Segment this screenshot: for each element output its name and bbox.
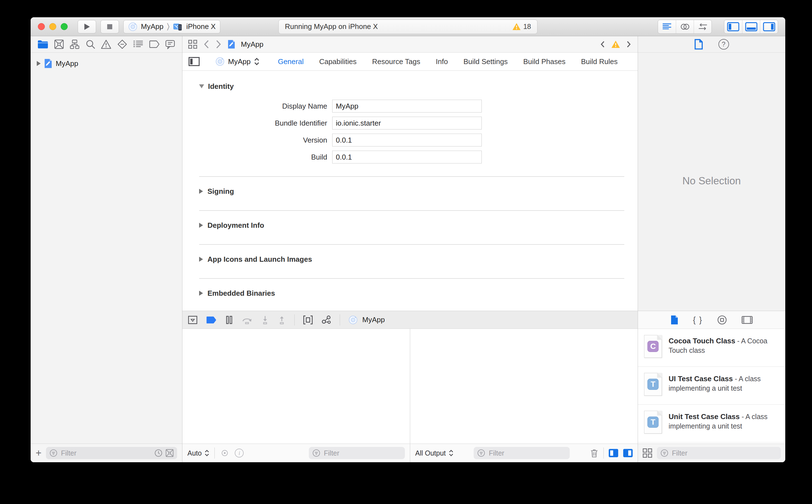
source-control-status-icon[interactable] (165, 449, 174, 457)
show-variables-view-toggle[interactable] (609, 449, 618, 457)
disclosure-closed-icon[interactable] (199, 223, 203, 228)
version-field[interactable] (332, 134, 482, 146)
project-navigator-tab[interactable] (37, 40, 48, 49)
tab-info[interactable]: Info (433, 55, 451, 68)
debug-gauge-icon (133, 40, 143, 49)
library-grid-icon[interactable] (642, 448, 652, 458)
minimize-button[interactable] (49, 23, 56, 30)
scheme-selector[interactable]: MyApp 〉 iPhone X (123, 20, 220, 33)
console-filter-field[interactable] (474, 447, 570, 459)
version-editor-button[interactable] (694, 20, 711, 33)
activity-status-display[interactable]: Running MyApp on iPhone X 18 (278, 19, 537, 34)
debug-navigator-tab[interactable] (133, 40, 143, 49)
hide-debug-area-icon[interactable] (188, 316, 197, 324)
issue-warning-badge-icon[interactable] (611, 40, 620, 48)
stop-button[interactable] (101, 20, 119, 33)
disclosure-closed-icon[interactable] (199, 291, 203, 296)
run-button[interactable] (78, 20, 96, 33)
section-separator (199, 278, 624, 279)
library-item-cocoa-touch-class[interactable]: C Cocoa Touch Class - A Cocoa Touch clas… (638, 329, 785, 367)
tab-build-settings[interactable]: Build Settings (461, 55, 510, 68)
forward-icon[interactable] (215, 40, 222, 49)
navigator-filter-field[interactable] (46, 447, 177, 459)
next-issue-icon[interactable] (626, 40, 632, 48)
warning-badge[interactable]: 18 (512, 23, 531, 31)
disclosure-closed-icon[interactable] (199, 189, 203, 194)
tab-general[interactable]: General (275, 55, 307, 68)
object-library-tab[interactable] (717, 315, 727, 325)
clear-console-trash-icon[interactable] (590, 448, 598, 458)
tab-resource-tags[interactable]: Resource Tags (369, 55, 423, 68)
library-item-text: Unit Test Case Class - A class implement… (669, 411, 780, 442)
test-navigator-tab[interactable] (117, 39, 128, 49)
file-template-icon: C (644, 335, 662, 358)
inspector-panel-toggle[interactable] (760, 20, 778, 33)
jumpbar-current-label[interactable]: MyApp (241, 40, 263, 49)
toolbar-right-groups (658, 20, 778, 34)
disclosure-triangle-icon[interactable] (37, 61, 41, 66)
recent-files-clock-icon[interactable] (154, 449, 163, 457)
standard-editor-button[interactable] (658, 20, 676, 33)
issue-navigator-tab[interactable] (101, 39, 111, 49)
variables-scope-selector[interactable]: Auto (187, 449, 209, 457)
library-item-unit-test-case-class[interactable]: T Unit Test Case Class - A class impleme… (638, 405, 785, 442)
variables-view[interactable] (182, 329, 410, 444)
memory-graph-icon[interactable] (321, 315, 331, 325)
find-navigator-tab[interactable] (85, 39, 96, 49)
library-filter-input[interactable] (671, 449, 777, 457)
file-inspector-tab[interactable] (694, 39, 703, 50)
navigator-panel-toggle[interactable] (724, 20, 742, 33)
editor-mode-group (658, 20, 712, 34)
breakpoints-toggle-icon[interactable] (206, 316, 217, 324)
show-console-view-toggle[interactable] (623, 449, 633, 457)
add-button[interactable]: + (36, 448, 41, 458)
source-control-navigator-tab[interactable] (54, 39, 64, 49)
pause-icon[interactable] (225, 316, 233, 324)
library-item-ui-test-case-class[interactable]: T UI Test Case Class - A class implement… (638, 367, 785, 405)
console-view[interactable] (410, 329, 638, 444)
zoom-button[interactable] (61, 23, 68, 30)
report-navigator-tab[interactable] (165, 39, 175, 49)
code-snippet-library-tab[interactable]: { } (693, 315, 702, 325)
library-item-text: UI Test Case Class - A class implementin… (669, 373, 780, 404)
library-filter-field[interactable] (657, 447, 781, 459)
project-editor-tabs: General Capabilities Resource Tags Info … (267, 55, 632, 68)
search-icon (85, 39, 96, 49)
media-library-tab[interactable] (742, 315, 753, 324)
previous-issue-icon[interactable] (599, 40, 605, 48)
close-button[interactable] (38, 23, 45, 30)
identity-section-header[interactable]: Identity (199, 80, 624, 92)
target-selector[interactable]: MyApp (215, 57, 260, 66)
symbol-navigator-tab[interactable] (69, 39, 80, 49)
bundle-identifier-field[interactable] (332, 117, 482, 129)
disclosure-closed-icon[interactable] (199, 257, 203, 262)
navigator-filter-input[interactable] (60, 449, 151, 457)
build-row: Build (199, 151, 624, 163)
tab-build-phases[interactable]: Build Phases (520, 55, 568, 68)
file-template-library-tab[interactable] (671, 315, 678, 325)
quick-help-inspector-tab[interactable]: ? (718, 39, 729, 50)
back-icon[interactable] (203, 40, 210, 49)
deployment-info-section-header[interactable]: Deployment Info (199, 219, 624, 231)
debug-area-toggle[interactable] (742, 20, 760, 33)
variables-filter-input[interactable] (323, 449, 402, 457)
project-sidebar-toggle-icon[interactable] (189, 57, 200, 66)
tab-capabilities[interactable]: Capabilities (316, 55, 359, 68)
debug-view-hierarchy-icon[interactable] (303, 315, 313, 325)
debug-bar: MyApp (182, 311, 638, 329)
build-field[interactable] (332, 151, 482, 163)
signing-section-header[interactable]: Signing (199, 185, 624, 197)
assistant-editor-button[interactable] (676, 20, 694, 33)
console-scope-selector[interactable]: All Output (415, 449, 454, 457)
console-filter-input[interactable] (488, 449, 566, 457)
project-root-item[interactable]: MyApp (31, 57, 182, 70)
variables-filter-field[interactable] (309, 447, 405, 459)
disclosure-open-icon[interactable] (199, 84, 204, 88)
app-icons-section-header[interactable]: App Icons and Launch Images (199, 253, 624, 265)
tab-build-rules[interactable]: Build Rules (578, 55, 620, 68)
embedded-binaries-section-header[interactable]: Embedded Binaries (199, 287, 624, 299)
display-name-field[interactable] (332, 100, 482, 112)
breakpoint-navigator-tab[interactable] (149, 40, 160, 48)
related-items-icon[interactable] (188, 40, 197, 49)
jump-bar: MyApp (182, 36, 638, 53)
